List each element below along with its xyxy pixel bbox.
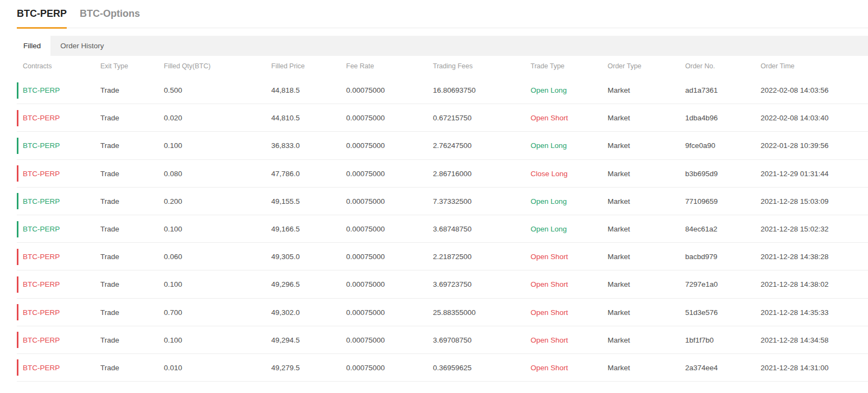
order-type-cell: Market: [608, 225, 685, 233]
order-time-cell: 2021-12-28 14:38:02: [761, 280, 868, 288]
exit-type-cell: Trade: [100, 336, 164, 344]
order-type-cell: Market: [608, 86, 685, 94]
filled-qty-cell: 0.010: [164, 364, 271, 372]
contract-label: BTC-PERP: [23, 197, 60, 205]
order-no-cell: 1dba4b96: [685, 114, 761, 122]
column-header-order-no: Order No.: [685, 62, 761, 70]
trade-type-cell: Open Long: [531, 197, 608, 205]
order-time-cell: 2021-12-28 15:03:09: [761, 197, 868, 205]
order-time-cell: 2021-12-28 14:31:00: [761, 364, 868, 372]
filled-price-cell: 49,166.5: [271, 225, 346, 233]
side-indicator-bar: [17, 249, 18, 265]
exit-type-cell: Trade: [100, 197, 164, 205]
order-no-cell: 51d3e576: [685, 308, 761, 317]
filled-qty-cell: 0.700: [164, 308, 271, 317]
exit-type-cell: Trade: [100, 141, 164, 150]
table-row: BTC-PERP Trade 0.100 36,833.0 0.00075000…: [0, 132, 868, 159]
exit-type-cell: Trade: [100, 280, 164, 288]
tab-btc-options[interactable]: BTC-Options: [80, 8, 140, 29]
order-no-cell: 9fce0a90: [685, 141, 761, 150]
fee-rate-cell: 0.00075000: [346, 141, 433, 150]
order-type-cell: Market: [608, 170, 685, 178]
filled-qty-cell: 0.100: [164, 280, 271, 288]
contract-label: BTC-PERP: [23, 364, 60, 372]
contract-label: BTC-PERP: [23, 253, 60, 261]
column-header-trade-type: Trade Type: [531, 62, 608, 70]
trading-fees-cell: 3.68748750: [433, 225, 531, 233]
tab-btc-perp[interactable]: BTC-PERP: [17, 8, 67, 29]
filled-price-cell: 49,302.0: [271, 308, 346, 317]
fee-rate-cell: 0.00075000: [346, 197, 433, 205]
order-time-cell: 2022-02-08 14:03:56: [761, 86, 868, 94]
contract-cell: BTC-PERP: [0, 336, 100, 344]
exit-type-cell: Trade: [100, 170, 164, 178]
trade-type-cell: Open Long: [531, 141, 608, 150]
column-header-fee-rate: Fee Rate: [346, 62, 433, 70]
exit-type-cell: Trade: [100, 253, 164, 261]
side-indicator-bar: [17, 359, 18, 376]
trading-fees-cell: 16.80693750: [433, 86, 531, 94]
trade-type-cell: Open Short: [531, 114, 608, 122]
order-type-cell: Market: [608, 280, 685, 288]
table-row: BTC-PERP Trade 0.080 47,786.0 0.00075000…: [0, 160, 868, 188]
exit-type-cell: Trade: [100, 308, 164, 317]
column-header-trading-fees: Trading Fees: [433, 62, 531, 70]
trading-fees-cell: 3.69708750: [433, 336, 531, 344]
trading-fees-cell: 0.36959625: [433, 364, 531, 372]
filled-qty-cell: 0.020: [164, 114, 271, 122]
order-time-cell: 2021-12-28 14:35:33: [761, 308, 868, 317]
trade-type-cell: Open Short: [531, 280, 608, 288]
order-no-cell: 1bf1f7b0: [685, 336, 761, 344]
trade-type-cell: Open Short: [531, 253, 608, 261]
side-indicator-bar: [17, 276, 18, 293]
trade-type-cell: Open Short: [531, 308, 608, 317]
order-type-cell: Market: [608, 114, 685, 122]
table-row: BTC-PERP Trade 0.100 49,296.5 0.00075000…: [0, 270, 868, 298]
table-row: BTC-PERP Trade 0.100 49,166.5 0.00075000…: [0, 215, 868, 243]
contract-label: BTC-PERP: [23, 86, 60, 94]
column-header-order-time: Order Time: [761, 62, 868, 70]
column-header-filled-qty: Filled Qty(BTC): [164, 62, 271, 70]
contract-cell: BTC-PERP: [0, 114, 100, 122]
order-no-cell: 2a374ee4: [685, 364, 761, 372]
filled-qty-cell: 0.100: [164, 336, 271, 344]
table-row: BTC-PERP Trade 0.700 49,302.0 0.00075000…: [0, 299, 868, 326]
fee-rate-cell: 0.00075000: [346, 114, 433, 122]
order-time-cell: 2021-12-28 14:34:58: [761, 336, 868, 344]
fee-rate-cell: 0.00075000: [346, 280, 433, 288]
filled-qty-cell: 0.100: [164, 141, 271, 150]
order-no-cell: 7297e1a0: [685, 280, 761, 288]
order-time-cell: 2022-02-08 14:03:40: [761, 114, 868, 122]
exit-type-cell: Trade: [100, 86, 164, 94]
order-time-cell: 2021-12-28 15:02:32: [761, 225, 868, 233]
order-time-cell: 2022-01-28 10:39:56: [761, 141, 868, 150]
contract-cell: BTC-PERP: [0, 197, 100, 205]
table-row: BTC-PERP Trade 0.100 49,294.5 0.00075000…: [0, 326, 868, 354]
trading-fees-cell: 3.69723750: [433, 280, 531, 288]
order-no-cell: 77109659: [685, 197, 761, 205]
filled-price-cell: 36,833.0: [271, 141, 346, 150]
table-row: BTC-PERP Trade 0.500 44,818.5 0.00075000…: [0, 76, 868, 104]
contract-label: BTC-PERP: [23, 114, 60, 122]
contract-cell: BTC-PERP: [0, 364, 100, 372]
side-indicator-bar: [17, 82, 18, 99]
filled-price-cell: 49,294.5: [271, 336, 346, 344]
trading-fees-cell: 2.86716000: [433, 170, 531, 178]
contract-label: BTC-PERP: [23, 336, 60, 344]
order-no-cell: 84ec61a2: [685, 225, 761, 233]
trade-type-cell: Open Short: [531, 336, 608, 344]
order-type-cell: Market: [608, 253, 685, 261]
trade-type-cell: Open Short: [531, 364, 608, 372]
table-row: BTC-PERP Trade 0.060 49,305.0 0.00075000…: [0, 243, 868, 270]
trade-type-cell: Open Long: [531, 225, 608, 233]
column-header-exit-type: Exit Type: [100, 62, 164, 70]
filled-price-cell: 44,818.5: [271, 86, 346, 94]
filled-qty-cell: 0.060: [164, 253, 271, 261]
trading-fees-cell: 2.21872500: [433, 253, 531, 261]
tab-order-history[interactable]: Order History: [50, 36, 113, 56]
order-type-cell: Market: [608, 141, 685, 150]
history-tabs: Filled Order History: [14, 36, 868, 56]
filled-qty-cell: 0.100: [164, 225, 271, 233]
tab-filled[interactable]: Filled: [14, 36, 50, 56]
exit-type-cell: Trade: [100, 114, 164, 122]
